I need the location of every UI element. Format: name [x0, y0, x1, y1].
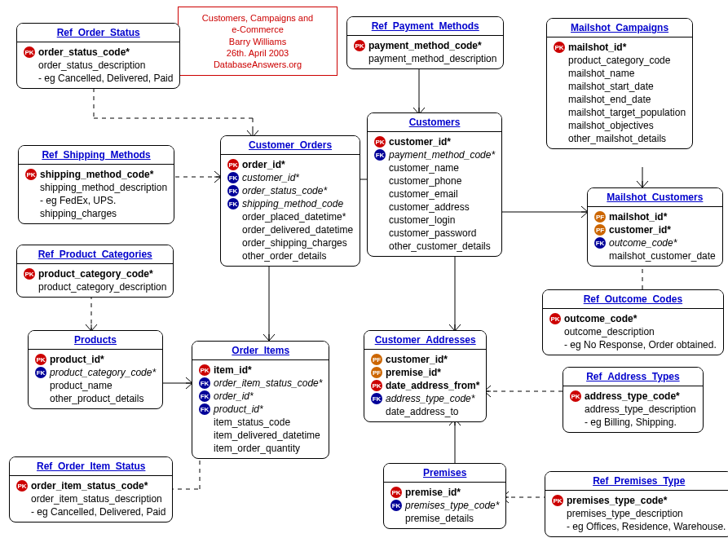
field-name: customer_id*: [242, 172, 299, 183]
field-name: customer_id*: [386, 354, 448, 365]
entity-field: other_order_details: [227, 249, 353, 262]
field-name: order_status_code*: [38, 46, 130, 58]
field-name: customer_name: [389, 162, 459, 174]
entity-order-items: Order_ItemsPKitem_id*FKorder_item_status…: [192, 341, 329, 459]
field-name: product_category_code: [568, 55, 670, 66]
entity-title: Ref_Shipping_Methods: [19, 146, 174, 165]
field-name: mailshot_start_date: [568, 81, 654, 92]
foreign-key-icon: FK: [227, 198, 239, 209]
foreign-key-icon: FK: [227, 172, 239, 183]
entity-field: item_delivered_datetime: [199, 429, 322, 442]
entity-field: order_status_description: [24, 59, 173, 72]
entity-field: premises_type_description: [552, 507, 726, 520]
entity-field: other_product_details: [35, 392, 156, 405]
field-name: - eg No Response, Order obtained.: [564, 339, 717, 351]
primary-key-icon: PK: [25, 169, 37, 180]
field-name: date_address_to: [386, 406, 458, 417]
entity-field: PKoutcome_code*: [549, 312, 717, 325]
entity-field: product_category_code: [554, 54, 686, 67]
foreign-key-icon: FK: [35, 367, 46, 378]
entity-field: PKdate_address_from*: [371, 379, 479, 392]
field-name: product_id*: [50, 354, 104, 365]
entity-field: FKproduct_category_code*: [35, 366, 156, 379]
foreign-key-icon: FK: [390, 500, 402, 511]
field-name: order_placed_datetime*: [242, 211, 346, 223]
entity-field: PKorder_item_status_code*: [16, 479, 165, 492]
primary-key-icon: PK: [24, 46, 35, 58]
entity-ref-payment-methods: Ref_Payment_MethodsPKpayment_method_code…: [346, 16, 504, 69]
entity-field: payment_method_description: [354, 52, 496, 65]
entity-field: PFpremise_id*: [371, 366, 479, 379]
field-name: mailshot_end_date: [568, 94, 651, 105]
entity-field: customer_phone: [374, 174, 495, 187]
entity-field: item_status_code: [199, 416, 322, 429]
entity-field: customer_login: [374, 214, 495, 227]
primary-key-icon: PK: [390, 487, 402, 498]
field-name: mailshot_id*: [609, 211, 667, 223]
field-name: outcome_description: [564, 326, 655, 337]
entity-mailshot-customers: Mailshot_CustomersPFmailshot_id*PFcustom…: [587, 187, 723, 267]
entity-ref-shipping-methods: Ref_Shipping_MethodsPKshipping_method_co…: [18, 145, 174, 224]
field-name: order_shipping_charges: [242, 237, 347, 249]
field-name: other_mailshot_details: [568, 133, 666, 144]
entity-field: PKorder_id*: [227, 158, 353, 171]
entity-title: Ref_Outcome_Codes: [543, 290, 723, 309]
entity-field: - eg Cancelled, Delivered, Paid: [16, 505, 165, 518]
field-name: mailshot_id*: [568, 42, 626, 53]
entity-ref-outcome-codes: Ref_Outcome_CodesPKoutcome_code*outcome_…: [542, 289, 724, 355]
field-name: customer_id*: [389, 136, 451, 148]
field-name: product_category_description: [38, 281, 166, 293]
field-name: item_delivered_datetime: [214, 430, 320, 441]
field-name: order_item_status_code*: [214, 377, 322, 389]
entity-field: order_shipping_charges: [227, 236, 353, 249]
entity-field: FKoutcome_code*: [594, 236, 716, 249]
field-name: outcome_code*: [609, 237, 677, 249]
primary-foreign-key-icon: PF: [594, 211, 606, 223]
entity-products: ProductsPKproduct_id*FKproduct_category_…: [28, 330, 163, 409]
entity-field: - eg FedEx, UPS.: [25, 194, 167, 207]
field-name: order_status_code*: [242, 185, 327, 196]
field-name: customer_address: [389, 201, 470, 213]
entity-field: shipping_charges: [25, 207, 167, 220]
entity-field: PKpayment_method_code*: [354, 39, 496, 52]
entity-title: Premises: [384, 464, 505, 483]
entity-field: FKorder_status_code*: [227, 184, 353, 197]
primary-key-icon: PK: [16, 480, 28, 492]
foreign-key-icon: FK: [374, 149, 386, 161]
field-name: order_item_status_description: [31, 493, 162, 505]
entity-ref-address-types: Ref_Address_TypesPKaddress_type_code*add…: [563, 367, 704, 433]
field-name: shipping_method_code: [242, 198, 343, 209]
foreign-key-icon: FK: [199, 403, 210, 415]
field-name: product_category_code*: [50, 367, 156, 378]
entity-ref-order-item-status: Ref_Order_Item_StatusPKorder_item_status…: [9, 456, 173, 523]
entity-field: mailshot_objectives: [554, 119, 686, 132]
field-name: product_name: [50, 380, 113, 391]
entity-field: mailshot_start_date: [554, 80, 686, 93]
field-name: - eg FedEx, UPS.: [40, 195, 116, 206]
entity-ref-product-categories: Ref_Product_CategoriesPKproduct_category…: [16, 245, 174, 298]
entity-title: Mailshot_Customers: [588, 188, 722, 207]
entity-field: PFcustomer_id*: [594, 223, 716, 236]
entity-field: FKaddress_type_code*: [371, 392, 479, 405]
field-name: premises_type_description: [567, 508, 683, 519]
field-name: premises_type_code*: [405, 500, 499, 511]
entity-field: - eg Cancelled, Delivered, Paid: [24, 72, 173, 85]
foreign-key-icon: FK: [371, 393, 382, 404]
field-name: premise_id*: [405, 487, 461, 498]
field-name: outcome_code*: [564, 313, 637, 324]
entity-customer-orders: Customer_OrdersPKorder_id*FKcustomer_id*…: [220, 135, 360, 267]
field-name: mailshot_customer_date: [609, 250, 716, 262]
entity-field: date_address_to: [371, 405, 479, 418]
entity-field: PFmailshot_id*: [594, 210, 716, 223]
foreign-key-icon: FK: [594, 237, 606, 249]
foreign-key-icon: FK: [199, 390, 210, 402]
entity-field: premise_details: [390, 512, 499, 525]
field-name: payment_method_code*: [389, 149, 495, 161]
field-name: order_status_description: [38, 60, 145, 71]
entity-field: - eg Offices, Residence, Warehouse.: [552, 520, 726, 533]
field-name: address_type_code*: [585, 390, 680, 402]
field-name: item_id*: [214, 364, 252, 376]
entity-field: order_item_status_description: [16, 492, 165, 505]
entity-field: PKpremises_type_code*: [552, 494, 726, 507]
entity-title: Ref_Order_Status: [17, 24, 179, 42]
